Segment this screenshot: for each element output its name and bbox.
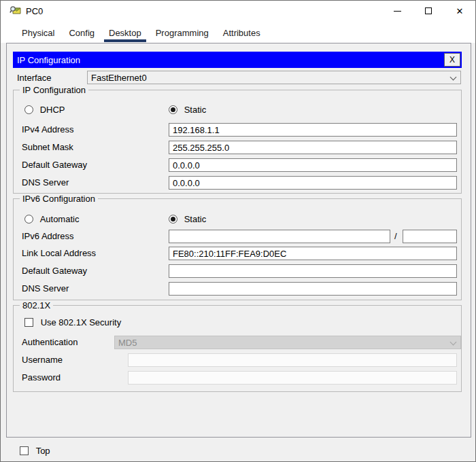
window-title: PC0 <box>26 6 43 16</box>
maximize-button[interactable] <box>413 1 444 21</box>
ipv6-dns-row: DNS Server <box>14 282 461 296</box>
subnet-mask-input[interactable] <box>169 141 457 154</box>
ipv4-static-radio-label: Static <box>184 105 207 115</box>
minimize-button[interactable] <box>381 1 413 21</box>
ipv4-address-row: IPv4 Address <box>14 123 461 137</box>
ipv6-prefix-input[interactable] <box>403 230 457 243</box>
dialog-titlebar: IP Configuration X <box>13 52 462 68</box>
username-label: Username <box>22 355 63 365</box>
ipv4-dns-input[interactable] <box>169 176 457 190</box>
ipv6-static-radio-label: Static <box>184 214 207 224</box>
top-checkbox-label: Top <box>36 446 50 456</box>
ipv4-section-title: IP Configuration <box>20 85 88 95</box>
ipv4-gateway-input[interactable] <box>169 158 457 172</box>
use-8021x-security-checkbox[interactable]: Use 802.1X Security <box>24 317 121 327</box>
interface-label: Interface <box>17 73 52 83</box>
tab-programming[interactable]: Programming <box>151 24 214 43</box>
dialog-close-button[interactable]: X <box>444 53 460 67</box>
checkbox-icon <box>24 318 33 327</box>
authentication-selected-value: MD5 <box>118 338 137 348</box>
dhcp-radio-label: DHCP <box>40 105 65 115</box>
link-local-input[interactable] <box>169 247 457 260</box>
chevron-down-icon <box>450 339 457 346</box>
window-controls: ✕ <box>381 1 475 21</box>
dialog-title: IP Configuration <box>13 55 80 65</box>
authentication-label: Authentication <box>22 337 78 347</box>
dot1x-security-row: Use 802.1X Security <box>14 317 461 330</box>
tab-desktop[interactable]: Desktop <box>104 24 146 43</box>
username-input <box>128 353 457 367</box>
automatic-radio-circle-icon <box>24 215 33 224</box>
ip-configuration-dialog: IP Configuration X Interface FastEtherne… <box>6 43 471 438</box>
ipv6-address-label: IPv6 Address <box>22 231 74 241</box>
tab-attributes[interactable]: Attributes <box>218 24 265 43</box>
maximize-icon <box>425 7 432 14</box>
minimize-icon <box>394 11 401 12</box>
automatic-radio[interactable]: Automatic <box>24 213 79 224</box>
checkbox-icon <box>20 446 29 455</box>
packet-tracer-device-icon <box>10 5 22 16</box>
ipv6-static-radio[interactable]: Static <box>169 213 206 224</box>
username-row: Username <box>14 353 461 367</box>
interface-select[interactable]: FastEthernet0 <box>87 71 461 84</box>
ipv4-dns-row: DNS Server <box>14 176 461 190</box>
interface-row: Interface FastEthernet0 <box>7 71 471 84</box>
link-local-label: Link Local Address <box>22 248 96 258</box>
ipv6-mode-row: Automatic Static <box>14 213 461 227</box>
ipv4-static-radio-circle-icon <box>169 105 177 114</box>
ipv4-mode-row: DHCP Static <box>14 104 461 118</box>
footer-bar: Top <box>1 438 475 462</box>
ipv6-configuration-group: IPv6 Configuration Automatic Static IPv6… <box>13 198 462 300</box>
ipv6-gateway-input[interactable] <box>169 264 457 278</box>
automatic-radio-label: Automatic <box>40 214 80 224</box>
dhcp-radio-circle-icon <box>24 105 33 114</box>
chevron-down-icon <box>450 74 457 81</box>
password-label: Password <box>22 372 61 383</box>
password-input <box>128 371 457 385</box>
close-icon: ✕ <box>456 7 464 16</box>
top-checkbox[interactable]: Top <box>20 444 50 455</box>
ipv6-static-radio-circle-icon <box>169 215 177 224</box>
subnet-mask-row: Subnet Mask <box>14 141 461 154</box>
ipv6-gateway-row: Default Gateway <box>14 264 461 278</box>
ipv6-gateway-label: Default Gateway <box>22 266 87 276</box>
ipv6-address-row: IPv6 Address / <box>14 230 461 243</box>
ipv4-address-label: IPv4 Address <box>22 124 74 135</box>
dot1x-group: 802.1X Use 802.1X Security Authenticatio… <box>13 305 462 392</box>
tab-config[interactable]: Config <box>64 24 99 43</box>
subnet-mask-label: Subnet Mask <box>22 142 73 152</box>
window-titlebar: PC0 ✕ <box>1 1 475 21</box>
tab-bar: Physical Config Desktop Programming Attr… <box>1 21 475 43</box>
ipv6-prefix-separator: / <box>394 231 397 241</box>
password-row: Password <box>14 371 461 385</box>
ipv4-gateway-row: Default Gateway <box>14 158 461 172</box>
dot1x-section-title: 802.1X <box>20 300 53 310</box>
ipv6-section-title: IPv6 Configuration <box>20 194 98 204</box>
authentication-row: Authentication MD5 <box>14 336 461 349</box>
ipv4-gateway-label: Default Gateway <box>22 160 87 170</box>
ipv6-dns-label: DNS Server <box>22 283 69 294</box>
tab-physical[interactable]: Physical <box>17 24 59 43</box>
authentication-select: MD5 <box>114 336 461 349</box>
ipv4-configuration-group: IP Configuration DHCP Static IPv4 Addres… <box>13 90 462 194</box>
ipv6-address-input[interactable] <box>169 230 390 243</box>
dhcp-radio[interactable]: DHCP <box>24 104 65 115</box>
ipv4-static-radio[interactable]: Static <box>169 104 206 115</box>
ipv6-dns-input[interactable] <box>169 282 457 296</box>
link-local-row: Link Local Address <box>14 247 461 260</box>
ipv4-dns-label: DNS Server <box>22 177 69 188</box>
close-button[interactable]: ✕ <box>444 1 475 21</box>
use-8021x-security-label: Use 802.1X Security <box>41 317 122 327</box>
interface-selected-value: FastEthernet0 <box>91 73 147 83</box>
ipv4-address-input[interactable] <box>169 123 457 137</box>
